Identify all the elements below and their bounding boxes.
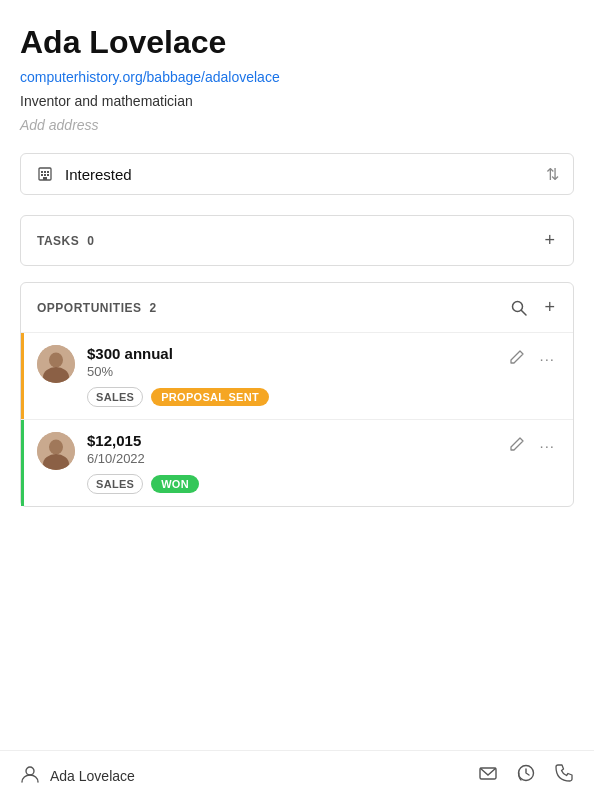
svg-rect-2: [44, 171, 46, 173]
opportunity-item: $12,015 6/10/2022 SALES WON ···: [21, 419, 573, 506]
phone-button[interactable]: [554, 763, 574, 788]
opportunity-content: $300 annual 50% SALES PROPOSAL SENT: [87, 345, 495, 407]
add-task-button[interactable]: +: [542, 228, 557, 253]
opportunity-pipeline-tag: SALES: [87, 387, 143, 407]
svg-point-11: [49, 353, 63, 368]
opportunities-title: OPPORTUNITIES 2: [37, 301, 157, 315]
svg-rect-5: [44, 174, 46, 176]
status-label: Interested: [65, 166, 132, 183]
opportunity-item-actions: ···: [507, 432, 557, 458]
person-icon: [20, 764, 40, 788]
opportunity-pipeline-tag: SALES: [87, 474, 143, 494]
opportunity-item-actions: ···: [507, 345, 557, 371]
svg-rect-6: [47, 174, 49, 176]
svg-rect-3: [47, 171, 49, 173]
footer-name: Ada Lovelace: [50, 768, 135, 784]
opportunities-section-header: OPPORTUNITIES 2 +: [21, 283, 573, 332]
opportunity-detail: 50%: [87, 364, 495, 379]
opportunities-actions: +: [508, 295, 557, 320]
opportunities-count: 2: [150, 301, 157, 315]
svg-point-16: [26, 767, 34, 775]
edit-opportunity-button[interactable]: [507, 347, 527, 371]
tasks-section-header: TASKS 0 +: [21, 216, 573, 265]
opportunity-tags: SALES PROPOSAL SENT: [87, 387, 495, 407]
svg-line-9: [522, 310, 527, 315]
opportunity-item: $300 annual 50% SALES PROPOSAL SENT ···: [21, 332, 573, 419]
avatar: [37, 345, 75, 383]
opportunity-amount: $300 annual: [87, 345, 495, 362]
website-link[interactable]: computerhistory.org/babbage/adalovelace: [20, 69, 574, 85]
building-icon: [35, 164, 55, 184]
status-select[interactable]: Interested ⇅: [20, 153, 574, 195]
opportunity-amount: $12,015: [87, 432, 495, 449]
svg-rect-1: [41, 171, 43, 173]
svg-rect-4: [41, 174, 43, 176]
avatar: [37, 432, 75, 470]
opportunity-detail: 6/10/2022: [87, 451, 495, 466]
opportunities-section: OPPORTUNITIES 2 +: [20, 282, 574, 507]
edit-opportunity-button[interactable]: [507, 434, 527, 458]
svg-point-14: [49, 440, 63, 455]
tasks-count: 0: [87, 234, 94, 248]
tasks-section: TASKS 0 +: [20, 215, 574, 266]
activity-button[interactable]: [516, 763, 536, 788]
subtitle: Inventor and mathematician: [20, 93, 574, 109]
opportunity-status-tag: WON: [151, 475, 199, 493]
more-opportunity-button[interactable]: ···: [537, 348, 557, 370]
tasks-title: TASKS 0: [37, 234, 94, 248]
add-address[interactable]: Add address: [20, 117, 574, 133]
opportunity-content: $12,015 6/10/2022 SALES WON: [87, 432, 495, 494]
add-opportunity-button[interactable]: +: [542, 295, 557, 320]
more-opportunity-button[interactable]: ···: [537, 435, 557, 457]
footer-icons: [478, 763, 574, 788]
email-button[interactable]: [478, 763, 498, 788]
footer-contact: Ada Lovelace: [20, 764, 135, 788]
page-title: Ada Lovelace: [20, 24, 574, 61]
search-opportunities-button[interactable]: [508, 297, 530, 319]
footer-bar: Ada Lovelace: [0, 750, 594, 800]
opportunity-status-tag: PROPOSAL SENT: [151, 388, 269, 406]
svg-rect-7: [43, 177, 47, 180]
opportunity-tags: SALES WON: [87, 474, 495, 494]
chevron-updown-icon: ⇅: [546, 165, 559, 184]
